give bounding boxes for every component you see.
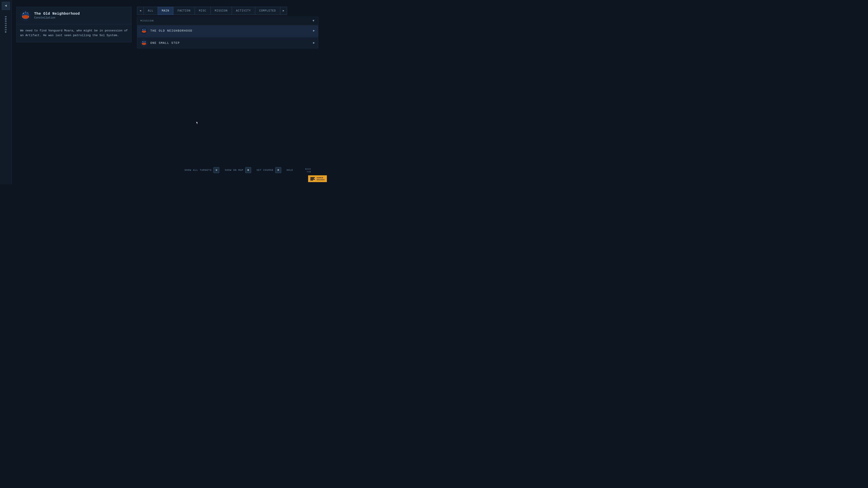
svg-point-14 — [143, 29, 143, 30]
svg-point-15 — [145, 29, 146, 29]
mission-list-area: MISSION ▼ THE OLD NEIGHBORHOOD ► — [137, 17, 318, 49]
watermark-text: GAMER GUIDES — [317, 177, 324, 181]
mission-item-icon-one-small-step — [141, 39, 148, 46]
tab-faction[interactable]: FACTION — [174, 7, 195, 15]
mission-title-block: The Old Neighborhood Constellation — [34, 12, 80, 20]
tab-label: TAB — [307, 171, 311, 173]
watermark: GAMER GUIDES — [308, 175, 327, 182]
hold-label: HOLD — [287, 169, 293, 171]
watermark-logo: GAMER GUIDES — [308, 175, 327, 182]
set-course-key[interactable]: R — [275, 167, 281, 173]
category-label: MISSION — [141, 20, 154, 22]
sidebar: ◄ MISSIONS — [0, 0, 12, 184]
watermark-gamer: GAMER — [317, 177, 324, 179]
control-set-course: SET COURSE R — [256, 167, 281, 173]
category-chevron-icon: ▼ — [313, 19, 315, 23]
tab-misc[interactable]: MISC — [195, 7, 211, 15]
mission-list-item-old-neighborhood[interactable]: THE OLD NEIGHBORHOOD ► — [137, 25, 318, 36]
right-arrow-icon: ► — [283, 9, 284, 12]
filter-nav-left-button[interactable]: ◄ — [137, 7, 144, 15]
tab-main[interactable]: MAIN — [158, 7, 174, 15]
sidebar-missions-label: MISSIONS — [4, 15, 7, 33]
svg-point-13 — [142, 31, 146, 33]
mission-list-item-one-small-step[interactable]: ONE SMALL STEP ► — [137, 37, 318, 48]
mission-item-name-one-small-step: ONE SMALL STEP — [150, 41, 180, 45]
tab-completed[interactable]: COMPLETED — [255, 7, 280, 15]
svg-point-9 — [25, 12, 26, 12]
show-targets-key[interactable]: U — [213, 167, 219, 173]
mission-faction: Constellation — [34, 16, 80, 20]
mission-item-icon-old-neighborhood — [141, 27, 148, 34]
svg-point-21 — [143, 41, 143, 42]
mission-item-arrow-2-icon: ► — [313, 41, 315, 45]
back-tab-area: BACK TAB — [305, 168, 311, 173]
show-map-key[interactable]: B — [245, 167, 251, 173]
cursor — [196, 122, 199, 125]
mission-name: The Old Neighborhood — [34, 12, 80, 16]
svg-point-6 — [28, 13, 28, 13]
show-targets-label: SHOW ALL TARGETS — [184, 169, 212, 171]
collapse-arrow-icon: ◄ — [5, 4, 7, 8]
set-course-label: SET COURSE — [256, 169, 274, 171]
back-label: BACK — [305, 168, 311, 170]
left-arrow-icon: ◄ — [140, 9, 141, 12]
sidebar-collapse-button[interactable]: ◄ — [2, 2, 10, 10]
mission-detail-panel: The Old Neighborhood Constellation We ne… — [16, 7, 131, 42]
tab-activity[interactable]: ACTIVITY — [232, 7, 255, 15]
control-show-targets: SHOW ALL TARGETS U — [184, 167, 219, 173]
svg-point-20 — [142, 43, 146, 45]
show-map-label: SHOW ON MAP — [225, 169, 243, 171]
svg-point-8 — [29, 16, 29, 17]
control-show-map: SHOW ON MAP B — [225, 167, 251, 173]
bottom-controls: SHOW ALL TARGETS U SHOW ON MAP B SET COU… — [184, 167, 293, 173]
filter-bar: ◄ ALL MAIN FACTION MISC MISSION ACTIVITY… — [137, 7, 287, 15]
tab-all[interactable]: ALL — [144, 7, 158, 15]
mission-icon — [20, 10, 31, 21]
mission-item-arrow-icon: ► — [313, 29, 315, 33]
watermark-guides: GUIDES — [317, 179, 324, 181]
filter-nav-right-button[interactable]: ► — [280, 7, 287, 15]
svg-point-22 — [145, 41, 146, 41]
mission-category-header: MISSION ▼ — [137, 17, 318, 25]
separator — [137, 37, 318, 37]
mission-header: The Old Neighborhood Constellation — [17, 7, 131, 24]
watermark-bars — [310, 177, 315, 181]
mission-description: We need to find Vanguard Moara, who migh… — [17, 24, 131, 42]
mission-item-name-old-neighborhood: THE OLD NEIGHBORHOOD — [150, 29, 192, 33]
svg-point-5 — [23, 13, 24, 14]
tab-mission[interactable]: MISSION — [211, 7, 232, 15]
svg-point-7 — [22, 16, 23, 16]
